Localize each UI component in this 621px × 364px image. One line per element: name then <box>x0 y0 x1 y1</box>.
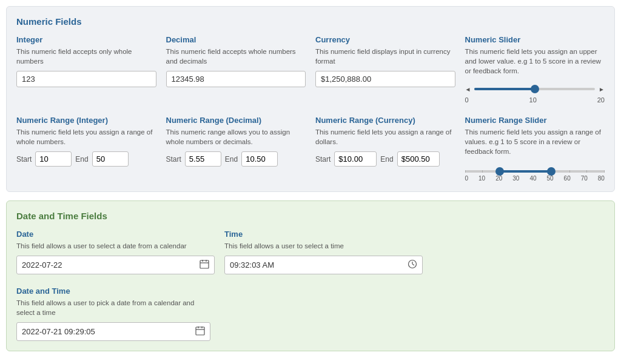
date-field-group: Date This field allows a user to select … <box>16 230 215 274</box>
datetime-desc: This field allows a user to pick a date … <box>16 298 210 317</box>
date-label: Date <box>16 230 215 239</box>
numeric-bottom-grid: Numeric Range (Integer) This numeric fie… <box>16 116 605 181</box>
numeric-range-integer-row: Start End <box>16 151 156 167</box>
range-slider-right-thumb[interactable] <box>547 167 556 176</box>
numeric-range-decimal-group: Numeric Range (Decimal) This numeric ran… <box>166 116 306 181</box>
slider-left-arrow[interactable]: ◄ <box>465 86 471 93</box>
range-integer-start[interactable] <box>35 151 72 167</box>
numeric-slider-container: ◄ ► 0 10 20 <box>465 83 605 104</box>
datetime-input-wrapper[interactable]: 2022-07-21 09:29:05 <box>16 322 210 341</box>
integer-field-group: Integer This numeric field accepts only … <box>16 35 156 104</box>
numeric-range-slider-group: Numeric Range Slider This numeric field … <box>465 116 605 181</box>
start-label-1: Start <box>166 155 181 164</box>
integer-label: Integer <box>16 35 156 44</box>
slider-max-label: 20 <box>597 96 605 104</box>
numeric-range-currency-group: Numeric Range (Currency) This numeric fi… <box>315 116 455 181</box>
numeric-section-title: Numeric Fields <box>16 16 605 27</box>
slider-arrows: ◄ ► <box>465 83 605 95</box>
calendar-icon[interactable] <box>200 259 209 271</box>
start-label-2: Start <box>315 155 331 164</box>
integer-input[interactable] <box>16 71 156 87</box>
numeric-range-decimal-desc: This numeric range allows you to assign … <box>166 127 306 147</box>
tick-50: 50 <box>546 175 553 182</box>
datetime-bottom-area: Date and Time This field allows a user t… <box>16 286 210 341</box>
numeric-range-decimal-label: Numeric Range (Decimal) <box>166 116 306 125</box>
numeric-range-slider-label: Numeric Range Slider <box>465 116 605 125</box>
numeric-range-integer-label: Numeric Range (Integer) <box>16 116 156 125</box>
decimal-desc: This numeric field accepts whole numbers… <box>166 47 306 66</box>
clock-icon[interactable] <box>408 259 417 271</box>
numeric-top-grid: Integer This numeric field accepts only … <box>16 35 605 104</box>
numeric-range-integer-group: Numeric Range (Integer) This numeric fie… <box>16 116 156 181</box>
decimal-label: Decimal <box>166 35 306 44</box>
numeric-slider-label: Numeric Slider <box>465 35 605 44</box>
numeric-range-currency-row: Start End <box>315 151 455 167</box>
range-slider-track[interactable] <box>465 170 605 173</box>
tick-80: 80 <box>598 175 605 182</box>
range-integer-end[interactable] <box>92 151 129 167</box>
tick-40: 40 <box>529 175 536 182</box>
numeric-range-slider-desc: This numeric field lets you assign a ran… <box>465 127 605 156</box>
datetime-label: Date and Time <box>16 286 210 296</box>
datetime-section-title: Date and Time Fields <box>16 211 605 221</box>
svg-rect-7 <box>196 327 204 335</box>
range-decimal-start[interactable] <box>185 151 221 167</box>
currency-desc: This numeric field displays input in cur… <box>315 47 455 66</box>
slider-mid-label: 10 <box>529 96 537 104</box>
tick-30: 30 <box>512 175 519 182</box>
datetime-calendar-icon[interactable] <box>195 326 205 337</box>
range-decimal-end[interactable] <box>241 151 278 167</box>
numeric-range-currency-desc: This numeric field lets you assign a ran… <box>315 127 455 147</box>
slider-right-arrow[interactable]: ► <box>599 86 605 93</box>
date-value: 2022-07-22 <box>22 260 200 270</box>
start-label-0: Start <box>16 155 32 164</box>
slider-thumb[interactable] <box>531 85 539 93</box>
slider-fill <box>474 88 534 90</box>
time-label: Time <box>224 230 423 239</box>
slider-min-label: 0 <box>465 96 469 104</box>
decimal-input[interactable] <box>166 71 306 87</box>
currency-input[interactable] <box>315 71 455 87</box>
slider-labels: 0 10 20 <box>465 96 605 104</box>
datetime-top-grid: Date This field allows a user to select … <box>16 230 423 274</box>
end-label-1: End <box>225 155 238 164</box>
range-slider-fill <box>500 170 551 173</box>
numeric-range-currency-label: Numeric Range (Currency) <box>315 116 455 125</box>
currency-field-group: Currency This numeric field displays inp… <box>315 35 455 104</box>
time-desc: This field allows a user to select a tim… <box>224 241 423 251</box>
svg-line-6 <box>412 264 414 265</box>
currency-label: Currency <box>315 35 455 44</box>
numeric-range-integer-desc: This numeric field lets you assign a ran… <box>16 127 156 147</box>
range-slider-left-thumb[interactable] <box>495 167 504 176</box>
tick-60: 60 <box>564 175 571 182</box>
range-tick-labels: 0 10 20 30 40 50 60 70 80 <box>465 175 605 182</box>
range-slider-container: 0 10 20 30 40 50 60 70 80 <box>465 164 605 182</box>
decimal-field-group: Decimal This numeric field accepts whole… <box>166 35 306 104</box>
date-desc: This field allows a user to select a dat… <box>16 241 215 251</box>
range-currency-end[interactable] <box>397 151 440 167</box>
slider-track[interactable] <box>474 88 595 90</box>
end-label-2: End <box>380 155 393 164</box>
time-field-group: Time This field allows a user to select … <box>224 230 423 274</box>
tick-0: 0 <box>465 175 469 182</box>
numeric-slider-desc: This numeric field lets you assign an up… <box>465 47 605 76</box>
time-input-wrapper[interactable]: 09:32:03 AM <box>224 256 423 274</box>
time-value: 09:32:03 AM <box>230 260 408 270</box>
date-input-wrapper[interactable]: 2022-07-22 <box>16 256 215 274</box>
end-label-0: End <box>75 155 88 164</box>
tick-70: 70 <box>581 175 588 182</box>
datetime-value: 2022-07-21 09:29:05 <box>22 327 195 336</box>
numeric-range-decimal-row: Start End <box>166 151 306 167</box>
tick-10: 10 <box>478 175 485 182</box>
range-currency-start[interactable] <box>334 151 377 167</box>
numeric-fields-section: Numeric Fields Integer This numeric fiel… <box>6 6 615 192</box>
svg-rect-0 <box>200 260 209 268</box>
numeric-slider-field-group: Numeric Slider This numeric field lets y… <box>465 35 605 104</box>
tick-20: 20 <box>495 175 502 182</box>
datetime-fields-section: Date and Time Fields Date This field all… <box>6 200 615 351</box>
integer-desc: This numeric field accepts only whole nu… <box>16 47 156 66</box>
